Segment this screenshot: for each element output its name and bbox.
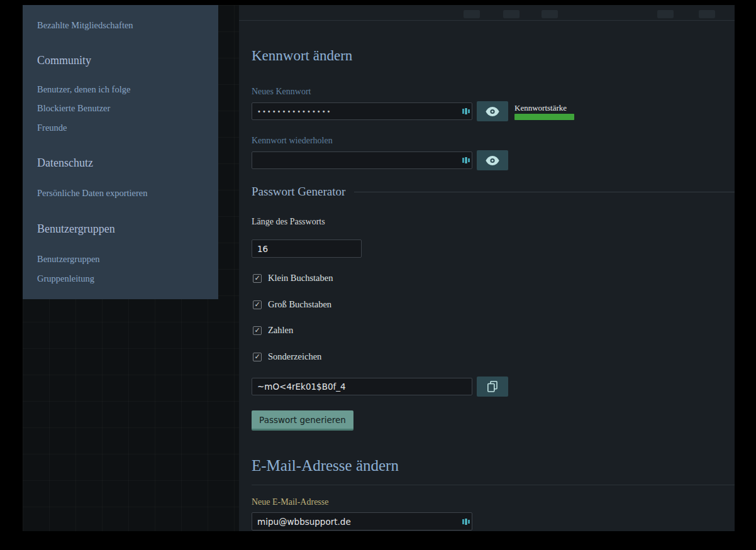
top-menu-item[interactable] <box>542 10 558 18</box>
top-menu-item[interactable] <box>699 10 715 18</box>
top-menu-item[interactable] <box>657 10 674 18</box>
sidebar-item-persoenliche-daten-exportieren[interactable]: Persönliche Daten exportieren <box>37 188 148 199</box>
top-menu-bar <box>239 5 735 21</box>
top-menu-item[interactable] <box>503 10 520 18</box>
eye-icon <box>486 107 499 116</box>
copy-password-button[interactable] <box>477 377 508 397</box>
new-email-input[interactable] <box>252 512 472 531</box>
password-strength-label: Kennwortstärke <box>514 103 567 113</box>
sidebar-item-blockierte-benutzer[interactable]: Blockierte Benutzer <box>37 103 110 114</box>
checkbox-label: Zahlen <box>268 325 293 336</box>
checkbox-gross-buchstaben[interactable]: ✓ Groß Buchstaben <box>253 299 331 310</box>
new-password-input[interactable] <box>252 102 472 120</box>
email-section-title: E-Mail-Adresse ändern <box>252 457 399 475</box>
sidebar-item-benutzergruppen[interactable]: Benutzergruppen <box>37 254 100 265</box>
checkbox-label: Klein Buchstaben <box>268 273 333 283</box>
generator-section-title: Passwort Generator <box>252 185 345 199</box>
check-icon: ✓ <box>254 275 260 282</box>
checkbox-box[interactable]: ✓ <box>253 274 262 283</box>
checkbox-sonderzeichen[interactable]: ✓ Sonderzeichen <box>253 351 321 362</box>
eye-icon <box>486 156 499 165</box>
page-background: Bezahlte Mitgliedschaften Community Benu… <box>23 5 735 531</box>
checkbox-zahlen[interactable]: ✓ Zahlen <box>253 325 293 336</box>
sidebar-heading-datenschutz: Datenschutz <box>37 157 93 170</box>
sidebar-item-freunde[interactable]: Freunde <box>37 123 67 133</box>
check-icon: ✓ <box>254 301 260 308</box>
generated-password-output[interactable] <box>252 378 472 395</box>
sidebar-heading-community: Community <box>37 54 91 67</box>
generator-section-header: Passwort Generator <box>252 185 735 199</box>
sidebar-heading-benutzergruppen: Benutzergruppen <box>37 223 115 236</box>
sidebar-item-gruppenleitung[interactable]: Gruppenleitung <box>37 273 94 284</box>
repeat-password-input[interactable] <box>252 151 472 169</box>
password-section-title: Kennwort ändern <box>252 48 352 64</box>
check-icon: ✓ <box>254 327 260 334</box>
checkbox-box[interactable]: ✓ <box>253 353 262 361</box>
new-email-label: Neue E-Mail-Adresse <box>252 497 328 507</box>
checkbox-box[interactable]: ✓ <box>253 300 262 309</box>
checkbox-label: Groß Buchstaben <box>268 299 331 310</box>
show-repeat-password-button[interactable] <box>477 150 508 170</box>
checkbox-label: Sonderzeichen <box>268 351 321 362</box>
generate-password-button[interactable]: Passwort generieren <box>252 410 353 431</box>
new-password-label: Neues Kennwort <box>252 87 311 97</box>
top-menu-item[interactable] <box>464 10 480 18</box>
check-icon: ✓ <box>254 353 260 360</box>
settings-sidebar: Bezahlte Mitgliedschaften Community Benu… <box>23 5 218 299</box>
repeat-password-label: Kennwort wiederholen <box>252 136 333 146</box>
settings-content: Kennwort ändern Neues Kennwort Kennworts… <box>239 5 735 531</box>
sidebar-item-bezahlte-mitgliedschaften[interactable]: Bezahlte Mitgliedschaften <box>37 20 133 31</box>
password-strength-meter <box>514 114 574 120</box>
section-rule <box>354 192 735 192</box>
section-divider <box>252 485 735 485</box>
password-length-label: Länge des Passworts <box>252 217 325 227</box>
password-length-input[interactable] <box>252 239 362 258</box>
show-password-button[interactable] <box>477 101 508 121</box>
sidebar-item-benutzer-denen-ich-folge[interactable]: Benutzer, denen ich folge <box>37 84 130 95</box>
copy-icon <box>487 381 498 392</box>
checkbox-box[interactable]: ✓ <box>253 326 262 335</box>
checkbox-klein-buchstaben[interactable]: ✓ Klein Buchstaben <box>253 273 333 283</box>
